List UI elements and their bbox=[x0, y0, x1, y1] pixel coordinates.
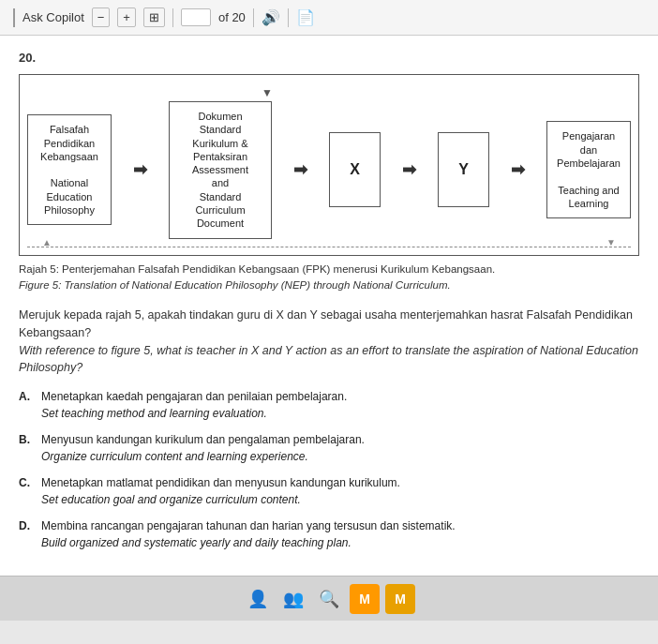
zoom-out-button[interactable]: − bbox=[92, 7, 111, 27]
arrow-3: ➡ bbox=[402, 159, 416, 180]
diagram-container: ▼ Falsafah Pendidikan Kebangsaan Nationa… bbox=[19, 74, 639, 256]
ask-copilot-button[interactable]: Ask Copilot bbox=[22, 10, 84, 24]
toolbar-separator-3 bbox=[288, 8, 289, 27]
zoom-in-button[interactable]: + bbox=[117, 7, 136, 27]
option-a-letter: A. bbox=[19, 388, 34, 405]
taskbar-person-icon[interactable]: 👤 bbox=[243, 584, 273, 614]
toolbar-separator-1 bbox=[172, 8, 173, 27]
fit-page-button[interactable]: ⊞ bbox=[143, 7, 165, 27]
option-a: A. Menetapkan kaedah pengajaran dan peni… bbox=[19, 388, 639, 422]
toolbar: Ask Copilot − + ⊞ 10 of 20 🔊 📄 bbox=[0, 0, 658, 36]
option-a-text: Menetapkan kaedah pengajaran dan penilai… bbox=[41, 388, 347, 422]
page-number-input[interactable]: 10 bbox=[181, 8, 211, 26]
taskbar: 👤 👥 🔍 M M bbox=[0, 576, 658, 621]
diagram-box-fpk: Falsafah Pendidikan Kebangsaan National … bbox=[27, 114, 112, 225]
book-icon[interactable]: 📄 bbox=[296, 8, 315, 26]
option-b-text: Menyusun kandungan kurikulum dan pengala… bbox=[41, 431, 365, 465]
arrow-4: ➡ bbox=[511, 159, 525, 180]
diagram-box-y: Y bbox=[438, 132, 489, 207]
option-b: B. Menyusun kandungan kurikulum dan peng… bbox=[19, 431, 639, 465]
option-b-letter: B. bbox=[19, 431, 34, 448]
diagram-flow: Falsafah Pendidikan Kebangsaan National … bbox=[27, 101, 631, 239]
audio-icon[interactable]: 🔊 bbox=[262, 8, 280, 26]
options-list: A. Menetapkan kaedah pengajaran dan peni… bbox=[19, 388, 639, 551]
question-number: 20. bbox=[19, 51, 639, 65]
taskbar-person2-icon[interactable]: 👥 bbox=[278, 584, 308, 614]
taskbar-file-icon[interactable]: M bbox=[385, 584, 415, 614]
diagram-box-teaching: Pengajaran dan Pembelajaran Teaching and… bbox=[546, 121, 631, 218]
option-c-letter: C. bbox=[19, 474, 34, 491]
option-c-text: Menetapkan matlamat pendidikan dan menyu… bbox=[41, 474, 400, 508]
toolbar-separator-2 bbox=[253, 8, 254, 27]
question-text: Merujuk kepada rajah 5, apakah tindakan … bbox=[19, 307, 639, 377]
taskbar-search-icon[interactable]: 🔍 bbox=[314, 584, 344, 614]
option-d-text: Membina rancangan pengajaran tahunan dan… bbox=[41, 517, 456, 551]
taskbar-apps-icon[interactable]: M bbox=[350, 584, 380, 614]
total-pages: of 20 bbox=[218, 10, 246, 24]
arrow-1: ➡ bbox=[133, 159, 147, 180]
option-d: D. Membina rancangan pengajaran tahunan … bbox=[19, 517, 639, 551]
diagram-caption: Rajah 5: Penterjemahan Falsafah Pendidik… bbox=[19, 262, 639, 294]
toolbar-left-edge bbox=[7, 8, 15, 27]
arrow-2: ➡ bbox=[293, 159, 307, 180]
diagram-box-x: X bbox=[329, 132, 381, 207]
content-area: 20. ▼ Falsafah Pendidikan Kebangsaan Nat… bbox=[0, 36, 658, 576]
option-c: C. Menetapkan matlamat pendidikan dan me… bbox=[19, 474, 639, 508]
option-d-letter: D. bbox=[19, 517, 34, 534]
diagram-box-dskp: Dokumen Standard Kurikulum & Pentaksiran… bbox=[169, 101, 272, 239]
